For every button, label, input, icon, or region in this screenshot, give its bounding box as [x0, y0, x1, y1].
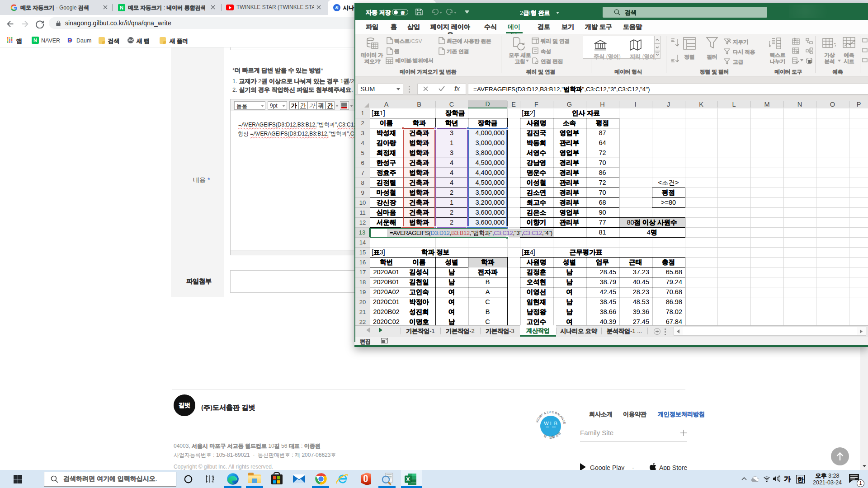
svg-text:X: X [406, 476, 410, 483]
svg-text:W L B: W L B [544, 421, 557, 426]
svg-text:?: ? [834, 42, 836, 48]
svg-text:J: J [809, 60, 811, 63]
